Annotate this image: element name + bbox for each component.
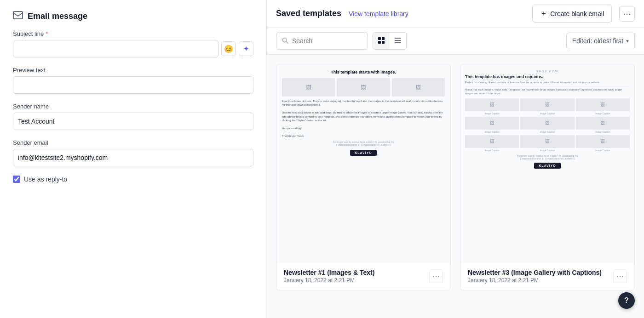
sender-name-input[interactable] — [13, 113, 253, 130]
right-panel: Saved templates View template library ＋ … — [267, 0, 644, 318]
plus-icon: ＋ — [540, 9, 547, 18]
template-card[interactable]: This template starts with images. 🖼 🖼 🖼 … — [276, 64, 451, 290]
svg-rect-8 — [395, 42, 401, 43]
tpl2-main-title: This template has images and captions. — [465, 74, 630, 79]
tpl2-gallery-row3: 🖼Image Caption 🖼Image Caption 🖼Image Cap… — [465, 135, 630, 152]
template-preview-2: SHOP NOW This template has images and ca… — [460, 64, 634, 262]
svg-rect-6 — [395, 38, 401, 39]
ellipsis-icon: ⋯ — [623, 9, 631, 19]
preview-text-input[interactable] — [13, 76, 253, 94]
sender-name-group: Sender name — [13, 103, 253, 130]
template-more-button-1[interactable]: ⋯ — [429, 269, 443, 283]
view-library-link[interactable]: View template library — [349, 10, 408, 17]
template-more-button-2[interactable]: ⋯ — [613, 269, 627, 283]
tpl2-shop-now: SHOP NOW — [465, 70, 630, 73]
panel-header: Email message — [13, 11, 253, 21]
sender-email-input[interactable] — [13, 149, 253, 166]
list-icon — [394, 37, 402, 45]
chevron-down-icon: ▾ — [626, 38, 629, 44]
reply-to-label[interactable]: Use as reply-to — [24, 176, 67, 183]
panel-title: Email message — [28, 11, 87, 21]
tpl1-images: 🖼 🖼 🖼 — [282, 78, 445, 97]
subject-required-indicator: * — [46, 30, 48, 37]
sender-name-label: Sender name — [13, 103, 253, 110]
view-toggle — [373, 32, 407, 50]
grid-icon — [378, 37, 385, 45]
tpl2-gallery-row1: 🖼Image Caption 🖼Image Caption 🖼Image Cap… — [465, 98, 630, 115]
header-more-button[interactable]: ⋯ — [619, 6, 635, 22]
template-name-2: Newsletter #3 (Image Gallery with Captio… — [468, 269, 602, 276]
template-info-2: Newsletter #3 (Image Gallery with Captio… — [460, 262, 634, 290]
template-date-2: January 18, 2022 at 2:21 PM — [468, 277, 602, 284]
template-info-1: Newsletter #1 (Images & Text) January 18… — [276, 262, 450, 290]
subject-line-label: Subject line * — [13, 30, 253, 37]
create-blank-button[interactable]: ＋ Create blank email — [532, 5, 612, 23]
template-date-1: January 18, 2022 at 2:21 PM — [284, 277, 374, 284]
svg-rect-2 — [378, 37, 381, 40]
tpl2-desc: Perfect for showing off your products or… — [465, 80, 630, 84]
svg-rect-4 — [378, 41, 381, 44]
search-icon — [282, 37, 288, 45]
preview-text-label: Preview text — [13, 67, 253, 74]
toolbar: Edited: oldest first ▾ — [267, 28, 644, 55]
template-name-1: Newsletter #1 (Images & Text) — [284, 269, 374, 276]
list-view-button[interactable] — [390, 33, 406, 49]
tpl1-header-text: This template starts with images. — [282, 70, 445, 74]
subject-line-group: Subject line * 😊 ✦ — [13, 30, 253, 57]
templates-grid: This template starts with images. 🖼 🖼 🖼 … — [267, 55, 644, 318]
search-input[interactable] — [292, 37, 362, 45]
ai-button[interactable]: ✦ — [239, 41, 253, 56]
tpl1-footer: KLAVIYO — [282, 150, 445, 156]
tpl2-gallery-row2: 🖼Image Caption 🖼Image Caption 🖼Image Cap… — [465, 117, 630, 133]
search-box[interactable] — [276, 32, 368, 50]
reply-to-row: Use as reply-to — [13, 176, 253, 183]
tpl2-footer: KLAVIYO — [465, 163, 630, 169]
preview-text-group: Preview text — [13, 67, 253, 94]
tpl1-unsubscribe: No longer want to receive these emails? … — [282, 141, 445, 146]
emoji-button[interactable]: 😊 — [221, 41, 236, 56]
subject-line-input[interactable] — [13, 40, 218, 57]
sender-email-group: Sender email — [13, 139, 253, 166]
help-button[interactable]: ? — [618, 292, 635, 309]
svg-rect-7 — [395, 40, 401, 41]
svg-rect-0 — [13, 11, 23, 19]
saved-templates-title: Saved templates — [276, 9, 341, 18]
template-preview-1: This template starts with images. 🖼 🖼 🖼 … — [276, 64, 450, 262]
tpl2-unsubscribe: No longer want to receive these emails? … — [465, 154, 630, 160]
left-panel: Email message Subject line * 😊 ✦ Preview… — [0, 0, 267, 318]
sort-select[interactable]: Edited: oldest first ▾ — [566, 33, 635, 49]
svg-rect-5 — [382, 41, 385, 44]
ellipsis-vertical-icon: ⋯ — [432, 272, 440, 281]
ellipsis-vertical-icon-2: ⋯ — [616, 272, 624, 281]
grid-view-button[interactable] — [373, 33, 390, 49]
svg-rect-3 — [382, 37, 385, 40]
right-header: Saved templates View template library ＋ … — [267, 0, 644, 28]
sender-email-label: Sender email — [13, 139, 253, 146]
tpl1-body-text: Everyone loves pictures. They're more en… — [282, 99, 445, 138]
email-icon — [13, 11, 23, 21]
subject-input-wrapper: 😊 ✦ — [13, 40, 253, 57]
reply-to-checkbox[interactable] — [13, 176, 20, 183]
template-card-2[interactable]: SHOP NOW This template has images and ca… — [460, 64, 635, 290]
tpl2-notice: Notice that each image is 450px wide. Th… — [465, 88, 630, 95]
